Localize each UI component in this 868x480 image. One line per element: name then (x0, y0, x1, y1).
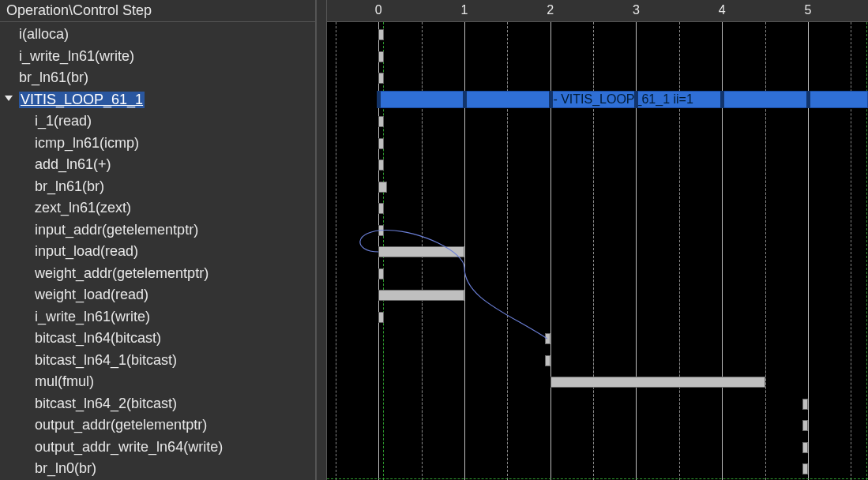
loop-tick-marker (377, 91, 381, 108)
operation-tick[interactable] (378, 29, 384, 40)
loop-bottom-marker (327, 478, 868, 479)
tree-row[interactable]: input_addr(getelementptr) (0, 219, 315, 242)
tree-row-label: br_ln0(br) (35, 460, 96, 477)
operation-bar[interactable] (378, 246, 464, 257)
tree-row-label: output_addr(getelementptr) (35, 417, 207, 433)
tree-row[interactable]: bitcast_ln64_1(bitcast) (0, 350, 315, 372)
loop-tick-marker (720, 91, 724, 108)
operation-tick[interactable] (378, 225, 384, 236)
operation-tick[interactable] (802, 463, 808, 474)
tree-row-label: weight_addr(getelementptr) (35, 265, 209, 282)
loop-region-bar[interactable]: - VITIS_LOOP_61_1 ii=1 (378, 91, 868, 108)
tree-row-label: VITIS_LOOP_61_1 (19, 92, 145, 108)
tree-row-label: input_load(read) (35, 243, 138, 260)
operation-tick[interactable] (378, 203, 384, 214)
tree-row[interactable]: output_addr(getelementptr) (0, 414, 315, 437)
ruler-tick-label: 1 (461, 3, 468, 17)
timeline-panel: 012345 - VITIS_LOOP_61_1 ii=1 (327, 0, 868, 480)
gridline-minor (336, 22, 336, 480)
tree-row[interactable]: input_load(read) (0, 241, 315, 263)
operation-bar[interactable] (378, 290, 464, 301)
tree-row-label: input_addr(getelementptr) (35, 222, 198, 238)
ruler-tick-label: 2 (547, 3, 554, 17)
tree-row[interactable]: br_ln61(br) (0, 176, 315, 198)
operation-tick[interactable] (802, 420, 808, 431)
operation-tick[interactable] (378, 268, 384, 279)
operation-tick[interactable] (378, 312, 384, 323)
operation-tree[interactable]: i(alloca)i_write_ln61(write)br_ln61(br)V… (0, 22, 315, 480)
timeline-chart[interactable]: - VITIS_LOOP_61_1 ii=1 (327, 22, 868, 480)
tree-row[interactable]: bitcast_ln64_2(bitcast) (0, 393, 315, 415)
tree-row[interactable]: add_ln61(+) (0, 154, 315, 176)
operation-tick[interactable] (378, 182, 387, 193)
operation-tick[interactable] (378, 51, 384, 62)
tree-header: Operation\Control Step (0, 0, 315, 22)
operation-tick[interactable] (802, 399, 808, 410)
ruler-tick-label: 4 (719, 3, 726, 17)
operation-tick[interactable] (378, 116, 384, 127)
operation-tree-panel: Operation\Control Step i(alloca)i_write_… (0, 0, 316, 480)
loop-region-label: - VITIS_LOOP_61_1 ii=1 (553, 92, 693, 107)
panel-splitter[interactable] (316, 0, 327, 480)
tree-row[interactable]: i_write_ln61(write) (0, 306, 315, 328)
timeline-ruler: 012345 (327, 0, 868, 22)
tree-row-label: br_ln61(br) (19, 69, 88, 86)
tree-row-label: i_1(read) (35, 113, 92, 129)
tree-row[interactable]: br_ln61(br) (0, 67, 315, 89)
tree-row[interactable]: VITIS_LOOP_61_1 (0, 89, 315, 111)
tree-row-label: i(alloca) (19, 26, 69, 43)
loop-tick-marker (549, 91, 553, 108)
tree-row-label: i_write_ln61(write) (35, 309, 150, 325)
operation-tick[interactable] (378, 159, 384, 171)
tree-row-label: bitcast_ln64_2(bitcast) (35, 396, 177, 412)
operation-tick[interactable] (545, 355, 550, 366)
tree-row[interactable]: i_write_ln61(write) (0, 46, 315, 68)
tree-row[interactable]: weight_load(read) (0, 284, 315, 306)
tree-row[interactable]: zext_ln61(zext) (0, 197, 315, 219)
tree-row-label: br_ln61(br) (35, 178, 104, 195)
tree-row[interactable]: bitcast_ln64(bitcast) (0, 328, 315, 350)
operation-tick[interactable] (378, 138, 384, 149)
tree-row-label: icmp_ln61(icmp) (35, 135, 139, 152)
tree-row[interactable]: mul(fmul) (0, 371, 315, 393)
loop-tick-marker (463, 91, 467, 108)
tree-row-label: bitcast_ln64(bitcast) (35, 330, 161, 347)
tree-row[interactable]: i_1(read) (0, 111, 315, 133)
tree-row[interactable]: br_ln0(br) (0, 458, 315, 480)
tree-row[interactable]: weight_addr(getelementptr) (0, 263, 315, 285)
tree-row-label: bitcast_ln64_1(bitcast) (35, 352, 177, 369)
tree-row-label: zext_ln61(zext) (35, 200, 131, 216)
tree-row-label: output_addr_write_ln64(write) (35, 439, 223, 456)
ruler-tick-label: 3 (633, 3, 640, 17)
tree-row[interactable]: output_addr_write_ln64(write) (0, 437, 315, 459)
tree-header-label: Operation\Control Step (6, 2, 152, 19)
operation-tick[interactable] (378, 73, 384, 84)
ruler-tick-label: 0 (375, 3, 382, 17)
ruler-tick-label: 5 (804, 3, 811, 17)
tree-row[interactable]: i(alloca) (0, 24, 315, 46)
operation-tick[interactable] (802, 442, 808, 453)
operation-bar[interactable] (550, 377, 765, 388)
loop-tick-marker (634, 91, 638, 108)
loop-tick-marker (806, 91, 810, 108)
disclosure-collapse-icon[interactable] (5, 94, 14, 103)
tree-row-label: weight_load(read) (35, 287, 148, 303)
tree-row-label: i_write_ln61(write) (19, 48, 134, 65)
tree-row-label: mul(fmul) (35, 373, 94, 390)
operation-tick[interactable] (545, 333, 550, 344)
tree-row[interactable]: icmp_ln61(icmp) (0, 133, 315, 155)
tree-row-label: add_ln61(+) (35, 156, 111, 173)
